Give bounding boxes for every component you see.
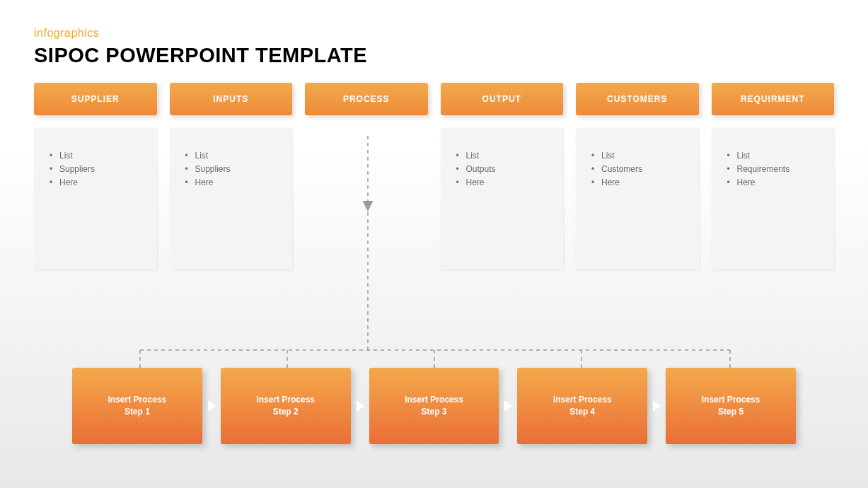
process-step-4: Insert Process Step 4 [517, 368, 647, 444]
column-body: List Suppliers Here [34, 128, 157, 269]
column-header: CUSTOMERS [576, 83, 699, 115]
step-label-line1: Insert Process [553, 394, 612, 406]
list-item: Suppliers [50, 163, 147, 176]
list-item: List [591, 149, 689, 163]
column-body: List Customers Here [576, 128, 699, 269]
column-header: PROCESS [305, 83, 428, 115]
step-label-line1: Insert Process [702, 394, 760, 406]
list-item: Here [50, 176, 147, 190]
column-supplier: SUPPLIER List Suppliers Here [34, 83, 157, 269]
column-body: List Outputs Here [441, 128, 564, 269]
step-label-line2: Step 3 [421, 406, 446, 418]
list-item: Here [727, 176, 825, 190]
slide-header: infographics SIPOC POWERPOINT TEMPLATE [0, 0, 868, 67]
list-item: Here [591, 176, 689, 190]
page-title: SIPOC POWERPOINT TEMPLATE [34, 44, 868, 67]
step-label-line2: Step 2 [273, 406, 299, 418]
arrow-right-icon [504, 400, 512, 412]
list-item: Suppliers [185, 163, 283, 176]
column-process: PROCESS [305, 83, 428, 269]
process-step-3: Insert Process Step 3 [369, 368, 499, 444]
process-step-2: Insert Process Step 2 [221, 368, 351, 444]
step-label-line2: Step 4 [569, 406, 595, 418]
column-body: List Requirements Here [712, 128, 835, 269]
sipoc-columns: SUPPLIER List Suppliers Here INPUTS List… [0, 67, 868, 269]
process-step-1: Insert Process Step 1 [72, 368, 202, 444]
list-item: List [456, 149, 554, 163]
list-item: Here [456, 176, 554, 190]
list-item: List [185, 149, 283, 163]
step-label-line1: Insert Process [256, 394, 315, 406]
subtitle: infographics [34, 27, 868, 40]
column-body-empty [305, 128, 428, 269]
step-label-line2: Step 5 [718, 406, 743, 418]
column-header: REQUIRMENT [712, 83, 835, 115]
process-steps: Insert Process Step 1 Insert Process Ste… [0, 368, 868, 444]
step-label-line2: Step 1 [125, 406, 150, 418]
arrow-right-icon [357, 400, 364, 412]
column-requirement: REQUIRMENT List Requirements Here [712, 83, 835, 269]
column-header: SUPPLIER [34, 83, 157, 115]
column-customers: CUSTOMERS List Customers Here [576, 83, 699, 269]
process-step-5: Insert Process Step 5 [666, 368, 796, 444]
list-item: Requirements [727, 163, 825, 176]
column-header: OUTPUT [441, 83, 564, 115]
arrow-right-icon [208, 400, 216, 412]
step-label-line1: Insert Process [108, 394, 167, 406]
arrow-right-icon [653, 400, 661, 412]
list-item: Customers [591, 163, 689, 176]
list-item: List [727, 149, 825, 163]
column-header: INPUTS [170, 83, 293, 115]
column-output: OUTPUT List Outputs Here [441, 83, 564, 269]
column-body: List Suppliers Here [170, 128, 293, 269]
step-label-line1: Insert Process [405, 394, 463, 406]
list-item: Here [185, 176, 283, 190]
list-item: List [50, 149, 147, 163]
list-item: Outputs [456, 163, 554, 176]
column-inputs: INPUTS List Suppliers Here [170, 83, 293, 269]
